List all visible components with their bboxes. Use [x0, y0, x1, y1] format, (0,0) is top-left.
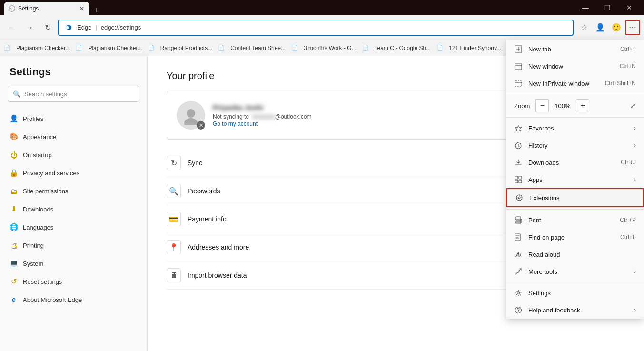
forward-btn[interactable]: →	[22, 20, 37, 35]
sidebar-item-onstartup[interactable]: ⏻ On startup	[0, 146, 147, 164]
favorites-label: Favorites	[528, 125, 628, 132]
address-separator: |	[95, 24, 97, 31]
profile-info: Priyanka Joshi Not syncing to xxxxxxxx@o…	[213, 103, 540, 127]
menu-print[interactable]: Print Ctrl+P	[506, 211, 644, 229]
address-url: edge://settings	[101, 24, 141, 31]
profile-email: @outlook.com	[275, 113, 312, 120]
menu-settings[interactable]: Settings	[506, 284, 644, 301]
menu-help[interactable]: Help and feedback ›	[506, 301, 644, 319]
menu-history[interactable]: History ›	[506, 137, 644, 154]
new-tab-icon	[514, 45, 523, 53]
bookmark-icon-3: 📄	[218, 45, 225, 51]
profiles-label: Profiles	[23, 115, 43, 122]
sidebar-item-privacy[interactable]: 🔒 Privacy and services	[0, 164, 147, 182]
go-to-account-link[interactable]: Go to my account	[213, 120, 258, 127]
import-icon: 🖥	[167, 268, 181, 282]
sidebar-item-printing[interactable]: 🖨 Printing	[0, 236, 147, 254]
svg-point-19	[517, 292, 520, 294]
system-icon: 💻	[10, 259, 18, 268]
svg-rect-5	[515, 64, 522, 70]
menu-new-tab[interactable]: New tab Ctrl+T	[506, 40, 644, 58]
bookmark-3[interactable]: Content Team Shee...	[227, 42, 289, 54]
menu-more-tools[interactable]: More tools ›	[506, 263, 644, 280]
sidebar-item-site-perms[interactable]: 🗂 Site permissions	[0, 182, 147, 200]
find-icon	[514, 233, 523, 241]
menu-divider-2	[506, 117, 644, 118]
sidebar-item-languages[interactable]: 🌐 Languages	[0, 218, 147, 236]
bookmark-5[interactable]: Team C - Google Sh...	[371, 42, 435, 54]
tab-close-btn[interactable]: ✕	[79, 5, 85, 12]
sidebar-item-appearance[interactable]: 🎨 Appearance	[0, 128, 147, 146]
help-icon	[514, 306, 523, 314]
more-tools-icon	[514, 267, 523, 276]
menu-favorites[interactable]: Favorites ›	[506, 120, 644, 137]
minimize-btn[interactable]: —	[575, 0, 596, 15]
maximize-btn[interactable]: ❐	[596, 0, 618, 15]
menu-find[interactable]: Find on page Ctrl+F	[506, 229, 644, 246]
bookmark-icon-5: 📄	[362, 45, 369, 51]
zoom-decrease-btn[interactable]: −	[535, 99, 549, 112]
sidebar-item-about[interactable]: e About Microsoft Edge	[0, 291, 147, 309]
refresh-btn[interactable]: ↻	[40, 20, 55, 35]
print-label: Print	[528, 217, 614, 224]
close-btn[interactable]: ✕	[618, 0, 640, 15]
onstartup-icon: ⏻	[10, 150, 18, 159]
history-arrow: ›	[634, 142, 636, 149]
sidebar: Settings 🔍 👤 Profiles 🎨 Appearance ⏻ On …	[0, 56, 148, 351]
emoji-btn[interactable]: 🙂	[609, 20, 624, 35]
about-label: About Microsoft Edge	[23, 296, 82, 303]
svg-rect-10	[515, 180, 518, 183]
print-shortcut: Ctrl+P	[620, 217, 636, 223]
languages-icon: 🌐	[10, 223, 18, 231]
bookmark-1[interactable]: Plagiarism Checker...	[84, 42, 146, 54]
reset-label: Reset settings	[23, 278, 62, 285]
sidebar-item-system[interactable]: 💻 System	[0, 254, 147, 272]
help-arrow: ›	[634, 307, 636, 313]
menu-divider-3	[506, 209, 644, 210]
profile-btn[interactable]: 👤	[593, 20, 608, 35]
menu-read-aloud[interactable]: AI Read aloud	[506, 246, 644, 263]
search-box[interactable]: 🔍	[8, 86, 139, 102]
bookmark-2[interactable]: Range of Products...	[157, 42, 216, 54]
extensions-label: Extensions	[529, 194, 635, 201]
svg-rect-9	[519, 176, 522, 179]
languages-label: Languages	[23, 224, 53, 231]
downloads-shortcut: Ctrl+J	[621, 159, 636, 166]
read-aloud-icon: AI	[514, 250, 523, 259]
zoom-increase-btn[interactable]: +	[576, 99, 589, 112]
bookmark-6[interactable]: 121 Finder Synony...	[445, 42, 505, 54]
favorites-btn[interactable]: ☆	[576, 20, 592, 35]
avatar: ✕	[177, 101, 205, 130]
tab-title: Settings	[18, 5, 76, 12]
svg-text:S: S	[10, 7, 13, 10]
address-bar[interactable]: Edge | edge://settings	[58, 20, 574, 36]
downloads-menu-label: Downloads	[528, 159, 615, 166]
downloads-menu-icon	[514, 158, 523, 167]
sidebar-item-reset[interactable]: ↺ Reset settings	[0, 272, 147, 291]
svg-point-2	[187, 109, 195, 118]
more-options-btn[interactable]: ⋯	[625, 20, 640, 35]
bookmark-4[interactable]: 3 months Work - G...	[300, 42, 360, 54]
sync-icon: ↻	[167, 156, 181, 170]
sidebar-item-downloads[interactable]: ⬇ Downloads	[0, 200, 147, 218]
new-window-shortcut: Ctrl+N	[620, 63, 636, 70]
menu-extensions[interactable]: Extensions	[506, 188, 644, 207]
menu-apps[interactable]: Apps ›	[506, 171, 644, 188]
zoom-fullscreen-btn[interactable]: ⤢	[630, 102, 636, 110]
passwords-label: Passwords	[188, 187, 220, 195]
edge-logo	[64, 23, 73, 32]
settings-tab[interactable]: S Settings ✕	[4, 2, 89, 15]
menu-inprivate[interactable]: New InPrivate window Ctrl+Shift+N	[506, 75, 644, 92]
about-icon: e	[10, 295, 18, 304]
new-tab-btn[interactable]: ＋	[89, 4, 104, 15]
sidebar-item-profiles[interactable]: 👤 Profiles	[0, 110, 147, 128]
back-btn[interactable]: ←	[4, 20, 19, 35]
bookmark-0[interactable]: Plagiarism Checker...	[12, 42, 74, 54]
history-icon	[514, 141, 523, 150]
search-input[interactable]	[24, 90, 134, 98]
appearance-label: Appearance	[23, 133, 56, 140]
bookmark-icon-6: 📄	[436, 45, 443, 51]
menu-downloads[interactable]: Downloads Ctrl+J	[506, 154, 644, 171]
menu-new-window[interactable]: New window Ctrl+N	[506, 58, 644, 75]
favorites-menu-icon	[514, 124, 523, 132]
